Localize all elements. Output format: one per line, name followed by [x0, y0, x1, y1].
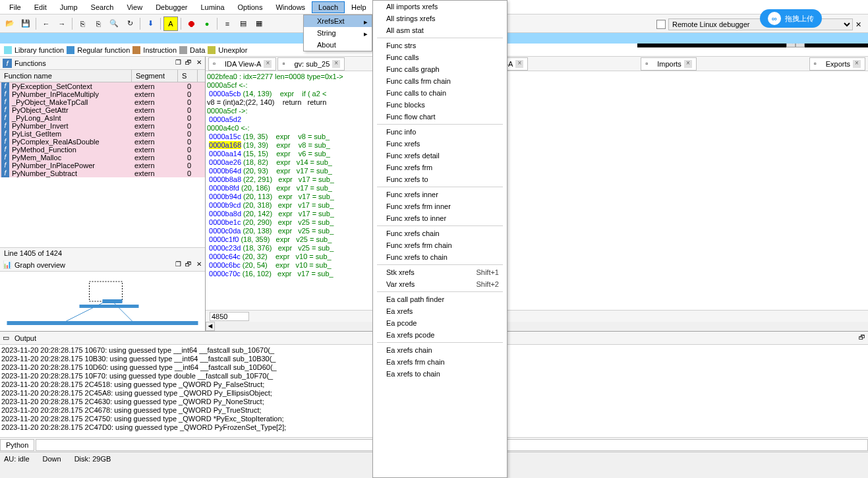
menu-item[interactable]: Func xrefs inner: [373, 189, 507, 200]
back-icon[interactable]: ←: [39, 16, 53, 31]
function-row[interactable]: PyMethod_Functionextern0: [0, 146, 205, 154]
menu-item[interactable]: Ea xrefs chain: [373, 344, 507, 356]
menu-item[interactable]: Func xrefs: [373, 138, 507, 150]
menu-item[interactable]: Func info: [373, 126, 507, 138]
menu-edit[interactable]: Edit: [28, 1, 53, 13]
stop-icon[interactable]: ⯃: [184, 16, 198, 31]
find-icon[interactable]: 🔍: [107, 16, 121, 31]
menu-options[interactable]: Options: [231, 1, 270, 13]
menu-item[interactable]: All strings xrefs: [373, 13, 507, 24]
graph-overview[interactable]: [0, 272, 205, 331]
menu-item[interactable]: Func calls frm chain: [373, 75, 507, 87]
menu-item[interactable]: Ea xrefs frm chain: [373, 356, 507, 368]
position-input[interactable]: [210, 312, 249, 321]
close-icon[interactable]: ✕: [855, 20, 861, 29]
upload-badge[interactable]: ∞ 拖拽上传: [760, 9, 822, 28]
function-row[interactable]: PyObject_GetAttrextern0: [0, 106, 205, 114]
restore-icon[interactable]: 🗗: [857, 334, 867, 343]
menu-item[interactable]: Func calls: [373, 51, 507, 63]
close-icon[interactable]: ×: [332, 60, 340, 68]
menu-item[interactable]: Func xrefs frm chain: [373, 239, 507, 251]
menu-item[interactable]: Var xrefsShift+2: [373, 278, 507, 290]
disassembly-view[interactable]: 002bfea0 : idx=2277 len=0008 type=0x1->0…: [206, 71, 868, 310]
function-row[interactable]: PyNumber_Invertextern0: [0, 122, 205, 130]
menu-item-string[interactable]: String▸: [304, 27, 372, 39]
down-icon[interactable]: ⬇: [143, 16, 158, 31]
function-row[interactable]: _PyObject_MakeTpCallextern0: [0, 98, 205, 106]
function-row[interactable]: PyNumber_Subtractextern0: [0, 169, 205, 177]
menu-item[interactable]: Ea xrefs to chain: [373, 368, 507, 380]
python-button[interactable]: Python: [0, 439, 34, 451]
menu-search[interactable]: Search: [84, 1, 121, 13]
menu-item[interactable]: Ea xrefs: [373, 305, 507, 317]
function-row[interactable]: PyNumber_InPlaceMultiplyextern0: [0, 90, 205, 98]
menu-item[interactable]: Func blocks: [373, 99, 507, 111]
menu-item[interactable]: Func xrefs frm inner: [373, 200, 507, 212]
save-icon[interactable]: 💾: [18, 16, 33, 31]
debugger-checkbox[interactable]: [656, 20, 666, 29]
function-row[interactable]: PyComplex_RealAsDoubleextern0: [0, 138, 205, 146]
scroll-left-icon[interactable]: ◄: [206, 322, 215, 331]
menu-item[interactable]: Ea call path finder: [373, 293, 507, 305]
refresh-icon[interactable]: ↻: [123, 16, 137, 31]
menu-debugger[interactable]: Debugger: [149, 1, 194, 13]
menu-item[interactable]: Func calls graph: [373, 63, 507, 75]
menu-help[interactable]: Help: [345, 1, 373, 13]
copy-icon[interactable]: ⎘: [75, 16, 90, 31]
function-row[interactable]: PyList_GetItemextern0: [0, 130, 205, 138]
run-icon[interactable]: ●: [200, 16, 214, 31]
menu-item[interactable]: Func calls to chain: [373, 87, 507, 99]
menu-item[interactable]: Func xrefs to inner: [373, 212, 507, 224]
menu-item[interactable]: Func strs: [373, 40, 507, 51]
window-icon[interactable]: ❐: [173, 260, 183, 270]
close-icon[interactable]: ×: [684, 60, 692, 68]
function-row[interactable]: PyMem_Mallocextern0: [0, 154, 205, 162]
functions-header[interactable]: Function name Segment S: [0, 70, 205, 82]
paste-icon[interactable]: ⎘: [91, 16, 105, 31]
tab-ida-view-a[interactable]: ▫IDA View-A×: [208, 57, 276, 71]
menu-item[interactable]: Func xrefs frm: [373, 162, 507, 173]
list-icon[interactable]: ≡: [220, 16, 235, 31]
menu-item[interactable]: All imports xrefs: [373, 1, 507, 13]
close-icon[interactable]: ×: [264, 60, 272, 68]
close-icon[interactable]: ×: [515, 60, 523, 68]
menu-loach[interactable]: Loach: [312, 1, 345, 13]
restore-icon[interactable]: 🗗: [184, 59, 193, 68]
close-icon[interactable]: ✕: [194, 59, 204, 68]
menu-item[interactable]: Ea xrefs pcode: [373, 329, 507, 341]
menu-item[interactable]: Func xrefs to chain: [373, 251, 507, 263]
highlight-icon[interactable]: A: [163, 16, 178, 31]
function-row[interactable]: _PyLong_AsIntextern0: [0, 114, 205, 122]
close-icon[interactable]: ✕: [194, 260, 204, 270]
menu-item-xrefsext[interactable]: XrefsExt▸: [304, 15, 372, 27]
tab-exports[interactable]: ▫Exports×: [809, 57, 865, 71]
menu-item[interactable]: Func xrefs to: [373, 173, 507, 185]
tab-imports[interactable]: ▫Imports×: [641, 57, 697, 71]
function-row[interactable]: PyNumber_InPlacePowerextern0: [0, 162, 205, 169]
menu-file[interactable]: File: [3, 1, 28, 13]
menu-item[interactable]: All asm stat: [373, 24, 507, 36]
fwd-icon[interactable]: →: [55, 16, 69, 31]
restore-icon[interactable]: 🗗: [184, 260, 193, 270]
menu-windows[interactable]: Windows: [269, 1, 312, 13]
menu-item[interactable]: Func xrefs detail: [373, 150, 507, 162]
col-name[interactable]: Function name: [0, 70, 132, 82]
menu-lumina[interactable]: Lumina: [194, 1, 231, 13]
function-row[interactable]: PyException_SetContextextern0: [0, 82, 205, 90]
panel2-icon[interactable]: ▦: [252, 16, 266, 31]
loach-menu[interactable]: XrefsExt▸String▸About: [303, 15, 372, 51]
col-segment[interactable]: Segment: [132, 70, 178, 82]
close-icon[interactable]: ×: [853, 60, 861, 68]
tab-gv-sub_25[interactable]: ▫gv: sub_25×: [277, 57, 345, 71]
menu-item[interactable]: Func xrefs chain: [373, 227, 507, 239]
window-icon[interactable]: ❐: [173, 59, 183, 68]
panel-icon[interactable]: ▤: [236, 16, 250, 31]
open-icon[interactable]: 📂: [3, 16, 17, 31]
menu-item[interactable]: Func flow chart: [373, 111, 507, 123]
functions-list[interactable]: PyException_SetContextextern0PyNumber_In…: [0, 82, 205, 201]
menu-item[interactable]: Ea pcode: [373, 317, 507, 329]
menu-item-about[interactable]: About: [304, 39, 372, 51]
col-s[interactable]: S: [178, 70, 198, 82]
xrefsext-submenu[interactable]: All imports xrefsAll strings xrefsAll as…: [372, 0, 507, 478]
menu-view[interactable]: View: [120, 1, 149, 13]
